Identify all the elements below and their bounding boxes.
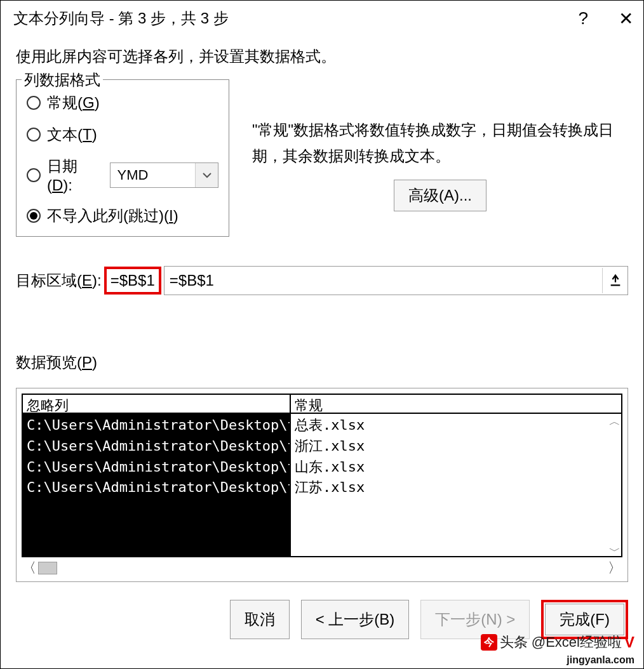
- target-input-wrap: [164, 266, 628, 295]
- radio-icon: [27, 96, 41, 110]
- preview-label: 数据预览(P): [16, 352, 628, 373]
- date-format-value: YMD: [111, 167, 195, 183]
- preview-grid[interactable]: 忽略列 C:\Users\Administrator\Desktop\temp\…: [22, 394, 622, 557]
- back-button[interactable]: < 上一步(B): [301, 600, 410, 639]
- column-format-legend: 列数据格式: [22, 70, 103, 90]
- column-format-group: 列数据格式 常规(G) 文本(T): [16, 79, 229, 237]
- horizontal-scrollbar[interactable]: 〈 〉: [22, 560, 622, 576]
- watermark: 今 头条 @Excel经验啦 V: [481, 633, 634, 652]
- target-input[interactable]: [164, 272, 602, 289]
- target-row: 目标区域(E): =$B$1: [16, 266, 628, 295]
- scroll-left-icon[interactable]: 〈: [22, 559, 37, 578]
- format-description: "常规"数据格式将数值转换成数字，日期值会转换成日期，其余数据则转换成文本。: [252, 117, 628, 169]
- preview-cell: 浙江.xlsx: [291, 436, 621, 457]
- chevron-down-icon: [195, 163, 218, 187]
- radio-general-label: 常规(G): [47, 93, 100, 113]
- preview-cell: C:\Users\Administrator\Desktop\temp\: [23, 415, 290, 436]
- radio-date-label: 日期(D):: [47, 156, 98, 194]
- preview-col-body: 总表.xlsx 浙江.xlsx 山东.xlsx 江苏.xlsx: [291, 414, 621, 556]
- instruction-text: 使用此屏内容可选择各列，并设置其数据格式。: [16, 46, 628, 67]
- preview-cell: 总表.xlsx: [291, 415, 621, 436]
- radio-general[interactable]: 常规(G): [27, 93, 218, 113]
- preview-cell: C:\Users\Administrator\Desktop\temp\: [23, 457, 290, 478]
- watermark-badge: V: [624, 633, 634, 651]
- vertical-scrollbar[interactable]: ︿ ﹀: [607, 414, 622, 559]
- close-icon[interactable]: ✕: [619, 8, 633, 29]
- radio-date[interactable]: 日期(D): YMD: [27, 156, 218, 194]
- radio-icon: [27, 128, 41, 142]
- scroll-right-icon[interactable]: 〉: [607, 559, 622, 578]
- preview-cell: 江苏.xlsx: [291, 477, 621, 498]
- preview-cell: C:\Users\Administrator\Desktop\temp\: [23, 477, 290, 498]
- preview-cell: C:\Users\Administrator\Desktop\temp\: [23, 436, 290, 457]
- watermark-logo-icon: 今: [481, 634, 497, 651]
- target-label: 目标区域(E):: [16, 270, 102, 291]
- format-description-area: "常规"数据格式将数值转换成数字，日期值会转换成日期，其余数据则转换成文本。 高…: [252, 79, 628, 211]
- watermark-text: 头条 @Excel经验啦: [500, 633, 622, 652]
- dialog-window: 文本分列向导 - 第 3 步，共 3 步 ? ✕ 使用此屏内容可选择各列，并设置…: [0, 0, 644, 669]
- format-row: 列数据格式 常规(G) 文本(T): [16, 79, 628, 237]
- preview-box: 忽略列 C:\Users\Administrator\Desktop\temp\…: [16, 388, 628, 582]
- finish-button[interactable]: 完成(F): [545, 604, 624, 635]
- radio-icon: [27, 209, 41, 223]
- preview-cell: 山东.xlsx: [291, 457, 621, 478]
- dialog-content: 使用此屏内容可选择各列，并设置其数据格式。 列数据格式 常规(G) 文本(T): [1, 36, 643, 639]
- scroll-down-icon[interactable]: ﹀: [609, 543, 621, 559]
- preview-column-general[interactable]: 常规 总表.xlsx 浙江.xlsx 山东.xlsx 江苏.xlsx: [290, 395, 621, 556]
- help-icon[interactable]: ?: [578, 8, 588, 29]
- date-format-select[interactable]: YMD: [110, 162, 218, 188]
- radio-skip-label: 不导入此列(跳过)(I): [47, 206, 178, 226]
- window-title: 文本分列向导 - 第 3 步，共 3 步: [11, 8, 229, 29]
- cancel-button[interactable]: 取消: [230, 600, 290, 639]
- radio-text-label: 文本(T): [47, 124, 97, 145]
- preview-col-header: 常规: [291, 395, 621, 414]
- preview-col-header: 忽略列: [23, 395, 290, 414]
- radio-text[interactable]: 文本(T): [27, 124, 218, 145]
- title-controls: ? ✕: [578, 8, 633, 29]
- scroll-thumb[interactable]: [38, 562, 57, 574]
- preview-section: 数据预览(P) 忽略列 C:\Users\Administrator\Deskt…: [16, 352, 628, 582]
- target-value-highlight: =$B$1: [111, 272, 155, 289]
- radio-icon: [27, 168, 41, 182]
- watermark-url: jingyanla.com: [567, 654, 634, 666]
- preview-col-body: C:\Users\Administrator\Desktop\temp\ C:\…: [23, 414, 290, 556]
- advanced-button[interactable]: 高级(A)...: [394, 180, 486, 211]
- range-select-icon[interactable]: [602, 268, 627, 293]
- preview-column-skip[interactable]: 忽略列 C:\Users\Administrator\Desktop\temp\…: [23, 395, 290, 556]
- scroll-up-icon[interactable]: ︿: [609, 414, 621, 429]
- radio-skip[interactable]: 不导入此列(跳过)(I): [27, 206, 218, 226]
- titlebar: 文本分列向导 - 第 3 步，共 3 步 ? ✕: [1, 1, 643, 36]
- target-highlight: =$B$1: [104, 267, 161, 295]
- radio-group: 常规(G) 文本(T) 日期(D):: [27, 93, 218, 226]
